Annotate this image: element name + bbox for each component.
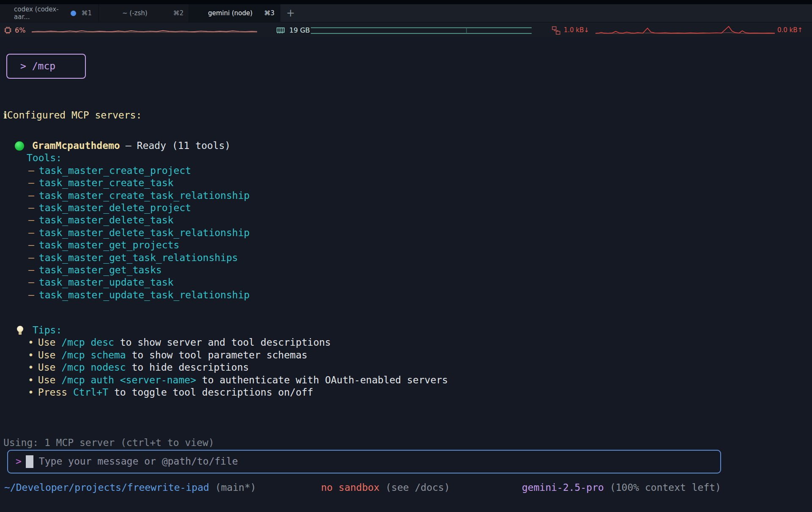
memory-status: 19 GB: [276, 22, 310, 38]
tip-text: to show server and tool descriptions: [114, 336, 331, 349]
sandbox-status: no sandbox: [321, 482, 379, 494]
memory-graph: [311, 25, 532, 36]
tab-gemini-active[interactable]: gemini (node) ⌘3: [189, 4, 280, 22]
tip-item: •Use /mcp schema to show tool parameter …: [0, 349, 448, 361]
command-text: /mcp: [32, 60, 55, 72]
tab-label: ~ (-zsh): [122, 9, 148, 17]
cpu-percent: 6%: [15, 26, 25, 34]
command-echo-box: > /mcp: [6, 54, 86, 79]
tip-bullet: •: [28, 349, 34, 361]
model-name: gemini-2.5-pro: [522, 482, 604, 494]
tips-label: Tips:: [33, 324, 62, 336]
tool-name: task_master_create_task: [39, 177, 174, 189]
tool-dash: –: [28, 289, 34, 301]
server-name: GramMcpauthdemo: [32, 140, 120, 152]
footer-working-directory: ~/Developer/projects/freewrite-ipad (mai…: [4, 482, 256, 494]
tool-list-item: –task_master_create_task_relationship: [0, 190, 250, 202]
memory-icon: [276, 26, 285, 35]
network-icon: [551, 26, 561, 35]
tool-list-item: –task_master_delete_task_relationship: [0, 227, 250, 239]
window-top-strip: [0, 0, 812, 4]
server-ready-dot-icon: [15, 141, 24, 151]
tool-list-item: –task_master_get_tasks: [0, 264, 250, 276]
network-sparkline: [595, 25, 775, 36]
tip-text: to show tool parameter schemas: [126, 349, 307, 361]
tool-name: task_master_create_task_relationship: [39, 190, 250, 202]
sandbox-note: (see /docs): [385, 482, 450, 494]
tool-list-item: –task_master_create_project: [0, 165, 250, 177]
message-input[interactable]: > Type your message or @path/to/file: [7, 450, 721, 473]
tool-dash: –: [28, 190, 34, 202]
activity-dot-icon: [71, 11, 76, 16]
tab-bar: codex (codex-aar... ⌘1 ~ (-zsh) ⌘2 gemin…: [0, 4, 812, 22]
footer-model-info: gemini-2.5-pro (100% context left): [522, 482, 721, 494]
tool-name: task_master_create_project: [39, 165, 191, 177]
new-tab-button[interactable]: +: [286, 8, 295, 18]
tip-lead: Use: [38, 361, 61, 374]
tip-command: Ctrl+T: [73, 386, 108, 399]
tool-dash: –: [28, 252, 34, 264]
tool-name: task_master_delete_task: [39, 214, 174, 226]
tool-list-item: –task_master_get_task_relationships: [0, 252, 250, 264]
network-download: 1.0 kB↓: [564, 22, 589, 38]
tab-codex[interactable]: codex (codex-aar... ⌘1: [0, 4, 99, 22]
tip-lead: Use: [38, 374, 61, 386]
network-download-value: 1.0 kB↓: [564, 26, 589, 34]
tool-dash: –: [28, 227, 34, 239]
tip-text: to authenticate with OAuth-enabled serve…: [196, 374, 448, 386]
memory-value: 19 GB: [289, 26, 310, 34]
tab-label: gemini (node): [208, 9, 252, 17]
tool-dash: –: [28, 264, 34, 276]
tools-label: Tools:: [0, 152, 250, 164]
tip-text: to toggle tool descriptions on/off: [108, 386, 313, 399]
footer-sandbox-status: no sandbox (see /docs): [321, 482, 450, 494]
network-upload: 0.0 kB↑: [777, 22, 803, 38]
tool-name: task_master_update_task_relationship: [39, 289, 250, 301]
server-status-line: GramMcpauthdemo – Ready (11 tools): [0, 140, 250, 152]
tip-item: •Press Ctrl+T to toggle tool description…: [0, 386, 448, 399]
server-separator: –: [126, 140, 132, 152]
tip-bullet: •: [28, 336, 34, 349]
tool-list-item: –task_master_delete_task: [0, 214, 250, 226]
tab-shortcut: ⌘3: [264, 9, 274, 17]
git-branch: (main*): [215, 482, 256, 494]
tab-label: codex (codex-aar...: [14, 6, 66, 21]
tool-name: task_master_get_task_relationships: [39, 252, 238, 264]
tool-dash: –: [28, 214, 34, 226]
tip-command: /mcp schema: [61, 349, 126, 361]
tab-shortcut: ⌘1: [81, 9, 92, 17]
context-remaining: (100% context left): [610, 482, 721, 494]
system-status-bar: 6% 19 GB: [0, 22, 812, 37]
tip-command: /mcp desc: [61, 336, 114, 349]
tip-bullet: •: [28, 374, 34, 386]
terminal-window: codex (codex-aar... ⌘1 ~ (-zsh) ⌘2 gemin…: [0, 0, 812, 512]
directory-path: ~/Developer/projects/freewrite-ipad: [4, 482, 209, 494]
tool-list-item: –task_master_update_task: [0, 276, 250, 289]
server-ready-status: Ready (11 tools): [137, 140, 231, 152]
tool-dash: –: [28, 165, 34, 177]
tool-name: task_master_delete_task_relationship: [39, 227, 250, 239]
tool-name: task_master_delete_project: [39, 202, 191, 214]
tip-item: •Use /mcp auth <server-name> to authenti…: [0, 374, 448, 386]
network-upload-value: 0.0 kB↑: [777, 26, 803, 34]
cpu-status: 6%: [3, 22, 25, 38]
tip-lead: Use: [38, 349, 61, 361]
tool-list-item: –task_master_create_task: [0, 177, 250, 189]
tip-lead: Use: [38, 336, 61, 349]
cpu-chip-icon: [3, 26, 12, 35]
tip-item: •Use /mcp desc to show server and tool d…: [0, 336, 448, 349]
tool-dash: –: [28, 276, 34, 289]
tip-lead: Press: [38, 386, 73, 399]
lightbulb-icon: [16, 326, 24, 335]
input-prompt: >: [16, 455, 22, 468]
tab-shortcut: ⌘2: [173, 9, 184, 17]
tip-command: /mcp nodesc: [61, 361, 126, 374]
tool-name: task_master_get_projects: [39, 239, 179, 251]
tab-zsh[interactable]: ~ (-zsh) ⌘2: [99, 4, 189, 22]
text-cursor: [26, 455, 33, 468]
configured-servers-header: ℹConfigured MCP servers:: [3, 109, 142, 121]
command-prompt: >: [20, 60, 32, 72]
tool-list-item: –task_master_delete_project: [0, 202, 250, 214]
tool-list-item: –task_master_update_task_relationship: [0, 289, 250, 301]
tool-dash: –: [28, 177, 34, 189]
